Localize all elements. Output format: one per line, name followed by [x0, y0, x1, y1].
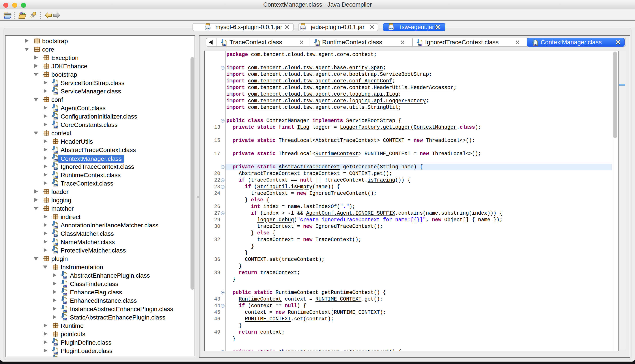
svg-text:010: 010: [206, 27, 210, 30]
svg-text:010: 010: [54, 226, 58, 229]
svg-text:010: 010: [54, 351, 58, 355]
svg-text:010: 010: [54, 251, 58, 254]
svg-text:010: 010: [301, 27, 305, 30]
svg-text:010: 010: [316, 43, 319, 46]
svg-text:010: 010: [63, 301, 67, 304]
svg-text:010: 010: [54, 159, 58, 162]
svg-text:010: 010: [533, 43, 537, 46]
svg-text:010: 010: [54, 150, 58, 154]
svg-text:010: 010: [389, 27, 393, 30]
svg-text:010: 010: [63, 284, 67, 288]
svg-text:010: 010: [54, 242, 58, 246]
svg-text:010: 010: [54, 343, 58, 346]
svg-text:010: 010: [54, 167, 58, 170]
svg-text:010: 010: [63, 309, 67, 313]
svg-text:010: 010: [54, 83, 58, 87]
svg-text:010: 010: [54, 117, 58, 120]
svg-text:010: 010: [54, 184, 58, 187]
svg-text:010: 010: [63, 292, 67, 296]
svg-text:010: 010: [54, 234, 58, 238]
svg-text:010: 010: [54, 125, 58, 129]
svg-text:010: 010: [418, 43, 422, 46]
svg-text:010: 010: [63, 318, 67, 321]
svg-text:010: 010: [63, 276, 67, 280]
svg-text:010: 010: [54, 176, 58, 179]
svg-text:010: 010: [54, 92, 58, 95]
svg-text:010: 010: [54, 108, 58, 112]
svg-text:010: 010: [222, 43, 226, 46]
